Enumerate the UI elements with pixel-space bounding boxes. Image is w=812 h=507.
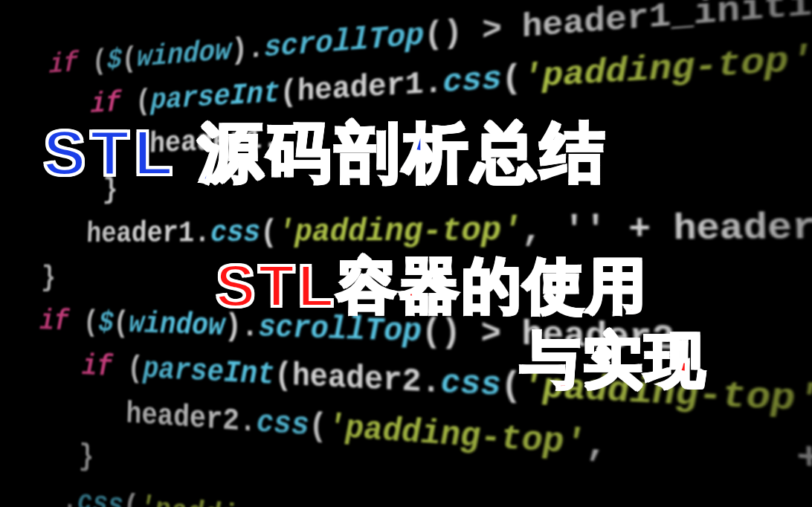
code-background: header0_initialPadding if ($(window).scr… [0,0,812,507]
keyword-if: if [39,305,69,338]
keyword-if: if [38,349,113,385]
brace: } [41,262,57,294]
brace: } [44,174,118,207]
brace: } [34,436,94,474]
code-line: header1. [45,122,280,165]
keyword-if: if [90,87,120,120]
keyword-if: if [49,48,79,81]
